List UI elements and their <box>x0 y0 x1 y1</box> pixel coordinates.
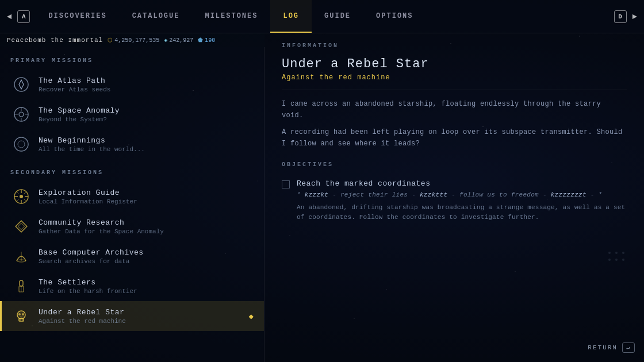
atlas-path-title: The Atlas Path <box>39 76 254 85</box>
atlas-path-subtitle: Recover Atlas seeds <box>39 86 254 93</box>
new-beginnings-icon <box>12 135 30 153</box>
nav-left: ◄ A <box>0 10 30 23</box>
units-value: 4,250,177,535 <box>114 37 159 44</box>
base-computer-archives-subtitle: Search archives for data <box>39 258 254 265</box>
atlas-path-text: The Atlas Path Recover Atlas seeds <box>39 76 254 93</box>
player-bar: Peacebomb the Immortal ⬡ 4,250,177,535 ◈… <box>0 33 264 47</box>
nav-right: D ► <box>614 10 644 23</box>
settlers-text: The Settlers Life on the harsh frontier <box>39 278 254 295</box>
svg-rect-28 <box>19 318 24 321</box>
rebel-star-subtitle: Against the red machine <box>39 318 249 325</box>
detail-divider <box>282 90 627 90</box>
units-icon: ⬡ <box>108 37 113 44</box>
information-header: INFORMATION <box>264 33 644 49</box>
svg-line-19 <box>17 199 19 202</box>
objective-checkbox <box>282 180 290 188</box>
mission-settlers[interactable]: The Settlers Life on the harsh frontier <box>0 271 264 301</box>
mission-active-marker: ◆ <box>249 311 254 321</box>
tab-milestones[interactable]: MILESTONES <box>192 0 270 33</box>
nanites-stat: ◈ 242,927 <box>164 37 193 44</box>
mission-community-research[interactable]: Community Research Gather Data for the S… <box>0 211 264 241</box>
mission-under-rebel-star[interactable]: Under a Rebel Star Against the red machi… <box>0 301 264 331</box>
nav-right-arrow[interactable]: ► <box>630 11 639 22</box>
return-label: RETURN <box>588 344 618 351</box>
mission-new-beginnings[interactable]: New Beginnings All the time in the world… <box>0 129 264 159</box>
nav-left-arrow[interactable]: ◄ <box>5 11 14 22</box>
tab-options[interactable]: OPTIONS <box>363 0 425 33</box>
quicksilver-stat: ⬟ 190 <box>198 37 215 44</box>
mission-description-line2: A recording had been left playing on loo… <box>264 126 644 150</box>
tab-log[interactable]: LOG <box>270 0 312 33</box>
return-key-icon: ↵ <box>626 344 631 351</box>
code-prefix: * <box>297 191 305 198</box>
nav-key-a[interactable]: A <box>17 10 30 23</box>
tab-discoveries[interactable]: DISCOVERIES <box>36 0 119 33</box>
nanites-icon: ◈ <box>164 37 167 44</box>
nav-tabs: DISCOVERIES CATALOGUE MILESTONES LOG GUI… <box>36 0 425 33</box>
svg-rect-20 <box>16 221 27 232</box>
new-beginnings-subtitle: All the time in the world... <box>39 146 254 153</box>
navigation-bar: ◄ A DISCOVERIES CATALOGUE MILESTONES LOG… <box>0 0 644 33</box>
objective-item: Reach the marked coordinates * kzzzkt - … <box>264 175 644 228</box>
player-name: Peacebomb the Immortal <box>7 37 103 44</box>
objective-code: * kzzzkt - reject their lies - kzzkttt -… <box>297 191 627 198</box>
units-stat: ⬡ 4,250,177,535 <box>108 37 159 44</box>
objective-content: Reach the marked coordinates * kzzzkt - … <box>297 179 627 223</box>
svg-point-3 <box>19 112 24 117</box>
tab-catalogue[interactable]: CATALOGUE <box>120 0 193 33</box>
svg-rect-24 <box>20 280 23 286</box>
objective-description: An abandoned, drifting starship was broa… <box>297 203 627 223</box>
rebel-star-text: Under a Rebel Star Against the red machi… <box>39 308 249 325</box>
exploration-guide-title: Exploration Guide <box>39 188 254 197</box>
decorative-dots <box>608 252 627 263</box>
mission-detail-subtitle: Against the red machine <box>264 71 644 82</box>
mission-base-computer-archives[interactable]: Base Computer Archives Search archives f… <box>0 241 264 271</box>
community-research-icon <box>12 217 30 236</box>
space-anomaly-text: The Space Anomaly Beyond the System? <box>39 106 254 123</box>
mission-atlas-path[interactable]: The Atlas Path Recover Atlas seeds <box>0 70 264 99</box>
base-computer-archives-title: Base Computer Archives <box>39 248 254 257</box>
code-suffix: - * <box>586 191 603 198</box>
code-text-2: - follow us to freedom - <box>447 191 550 198</box>
objectives-header: OBJECTIVES <box>264 150 644 175</box>
svg-point-8 <box>14 137 28 151</box>
secondary-missions-header: SECONDARY MISSIONS <box>0 159 264 182</box>
svg-point-31 <box>18 313 21 315</box>
community-research-title: Community Research <box>39 218 254 227</box>
rebel-star-icon <box>12 307 30 325</box>
space-anomaly-title: The Space Anomaly <box>39 106 254 115</box>
tab-guide[interactable]: GUIDE <box>312 0 363 33</box>
primary-missions-header: PRIMARY MISSIONS <box>0 47 264 70</box>
code-highlight-3: kzzzzzzzt <box>551 191 586 198</box>
nanites-value: 242,927 <box>169 37 193 44</box>
new-beginnings-title: New Beginnings <box>39 136 254 145</box>
mission-list-panel: PRIMARY MISSIONS The Atlas Path Recover … <box>0 47 264 362</box>
svg-rect-21 <box>18 223 24 229</box>
mission-description-line1: I came across an abandoned starship, flo… <box>264 98 644 122</box>
code-highlight-2: kzzkttt <box>420 191 447 198</box>
return-key-badge: ↵ <box>622 342 635 353</box>
mission-exploration-guide[interactable]: Exploration Guide Local Information Regi… <box>0 182 264 211</box>
settlers-icon <box>12 277 30 295</box>
svg-point-27 <box>17 311 25 319</box>
svg-line-16 <box>17 192 19 194</box>
community-research-subtitle: Gather Data for the Space Anomaly <box>39 228 254 235</box>
quicksilver-icon: ⬟ <box>198 37 203 44</box>
return-button[interactable]: RETURN ↵ <box>588 342 635 353</box>
svg-marker-1 <box>19 80 24 89</box>
svg-line-17 <box>24 199 26 202</box>
mission-detail-panel: INFORMATION Under a Rebel Star Against t… <box>264 33 644 362</box>
exploration-guide-icon <box>12 187 30 206</box>
atlas-path-icon <box>12 75 30 94</box>
svg-line-18 <box>24 192 26 194</box>
mission-space-anomaly[interactable]: The Space Anomaly Beyond the System? <box>0 99 264 129</box>
code-highlight-1: kzzzkt <box>305 191 328 198</box>
quicksilver-value: 190 <box>205 37 215 44</box>
svg-point-9 <box>18 141 25 148</box>
nav-key-d[interactable]: D <box>614 10 627 23</box>
space-anomaly-subtitle: Beyond the System? <box>39 116 254 123</box>
objective-title: Reach the marked coordinates <box>297 179 627 188</box>
new-beginnings-text: New Beginnings All the time in the world… <box>39 136 254 153</box>
rebel-star-title: Under a Rebel Star <box>39 308 249 317</box>
svg-point-32 <box>22 313 24 315</box>
